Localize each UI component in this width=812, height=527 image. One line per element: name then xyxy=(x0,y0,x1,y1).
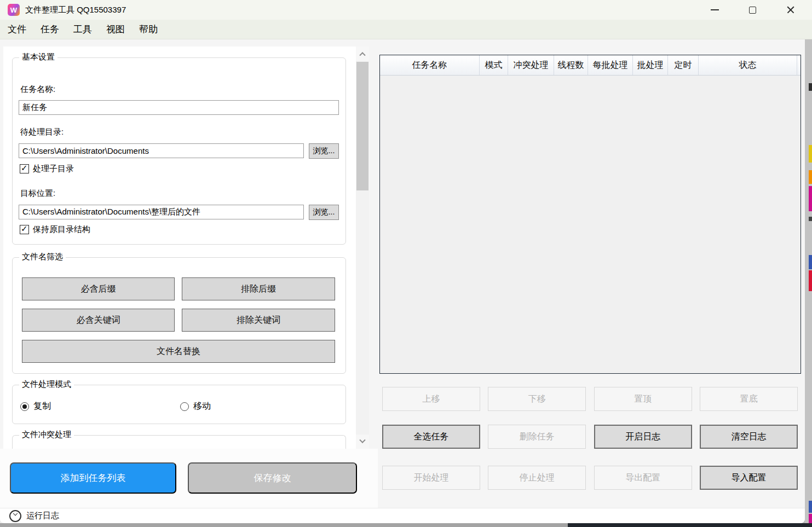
column-status[interactable]: 状态 xyxy=(699,55,797,75)
maximize-icon xyxy=(749,7,756,14)
save-changes-button[interactable]: 保存修改 xyxy=(188,462,357,494)
add-to-task-list-button[interactable]: 添加到任务列表 xyxy=(10,462,176,494)
move-radio-label: 移动 xyxy=(193,401,211,412)
exclude-keyword-button[interactable]: 排除关键词 xyxy=(182,309,335,332)
menu-bar: 文件 任务 工具 视图 帮助 xyxy=(0,20,812,39)
chevron-up-icon xyxy=(359,52,365,58)
mode-move-option[interactable]: 移动 xyxy=(180,401,211,412)
background-fragment xyxy=(809,186,812,211)
exclude-suffix-button[interactable]: 排除后缀 xyxy=(182,277,335,300)
process-mode-group: 文件处理模式 复制 移动 xyxy=(12,385,346,424)
menu-tools[interactable]: 工具 xyxy=(73,23,92,36)
column-mode[interactable]: 模式 xyxy=(480,55,508,75)
require-keyword-button[interactable]: 必含关键词 xyxy=(22,309,175,332)
process-subdir-checkbox[interactable] xyxy=(20,164,29,173)
column-schedule[interactable]: 定时 xyxy=(668,55,699,75)
minimize-button[interactable] xyxy=(696,0,734,20)
task-actions-row-3: 开始处理 停止处理 导出配置 导入配置 xyxy=(382,466,798,490)
settings-panel: 基本设置 任务名称: 待处理目录: 浏览... 处理子目录 目标位置: 浏览..… xyxy=(3,47,356,449)
background-window-right-edge xyxy=(805,39,812,523)
close-icon xyxy=(786,5,795,14)
column-per-batch[interactable]: 每批处理 xyxy=(588,55,633,75)
minimize-icon xyxy=(711,9,719,10)
move-top-button[interactable]: 置顶 xyxy=(594,387,692,411)
menu-file[interactable]: 文件 xyxy=(8,23,26,36)
require-suffix-button[interactable]: 必含后缀 xyxy=(22,277,175,300)
copy-radio[interactable] xyxy=(20,402,29,411)
screen-bottom-strip-dark xyxy=(568,523,812,527)
source-dir-label: 待处理目录: xyxy=(20,127,64,137)
task-actions-row-1: 上移 下移 置顶 置底 xyxy=(382,387,798,411)
mode-copy-option[interactable]: 复制 xyxy=(20,401,51,412)
enable-log-button[interactable]: 开启日志 xyxy=(594,425,692,449)
process-mode-group-title: 文件处理模式 xyxy=(19,379,74,390)
delete-task-button[interactable]: 删除任务 xyxy=(488,425,586,449)
run-log-label: 运行日志 xyxy=(26,511,59,521)
background-fragment xyxy=(809,270,812,291)
column-threads[interactable]: 线程数 xyxy=(554,55,588,75)
source-dir-input[interactable] xyxy=(19,143,304,158)
keep-structure-checkbox[interactable] xyxy=(20,225,29,234)
task-table-body[interactable] xyxy=(380,76,801,373)
screen-bottom-strip xyxy=(0,523,812,527)
task-name-label: 任务名称: xyxy=(20,84,55,95)
background-fragment xyxy=(809,83,812,91)
background-fragment xyxy=(809,217,812,221)
chevron-down-icon xyxy=(359,437,365,443)
stop-processing-button[interactable]: 停止处理 xyxy=(488,466,586,490)
filename-filter-group-title: 文件名筛选 xyxy=(19,252,66,262)
scrollbar-up-button[interactable] xyxy=(356,47,369,61)
task-actions-row-2: 全选任务 删除任务 开启日志 清空日志 xyxy=(382,425,798,449)
column-conflict[interactable]: 冲突处理 xyxy=(508,55,554,75)
window-body: 基本设置 任务名称: 待处理目录: 浏览... 处理子目录 目标位置: 浏览..… xyxy=(0,39,805,523)
start-processing-button[interactable]: 开始处理 xyxy=(382,466,480,490)
export-config-button[interactable]: 导出配置 xyxy=(594,466,692,490)
background-fragment xyxy=(809,145,812,163)
log-expand-button[interactable] xyxy=(9,510,21,522)
task-table-header: 任务名称 模式 冲突处理 线程数 每批处理 批处理 定时 状态 xyxy=(380,55,801,76)
settings-footer: 添加到任务列表 保存修改 xyxy=(0,449,378,508)
move-up-button[interactable]: 上移 xyxy=(382,387,480,411)
scrollbar-down-button[interactable] xyxy=(356,435,369,449)
menu-task[interactable]: 任务 xyxy=(41,23,59,36)
target-browse-button[interactable]: 浏览... xyxy=(309,205,339,220)
source-browse-button[interactable]: 浏览... xyxy=(309,143,339,159)
conflict-group-title: 文件冲突处理 xyxy=(19,430,74,440)
menu-help[interactable]: 帮助 xyxy=(139,23,158,36)
move-bottom-button[interactable]: 置底 xyxy=(700,387,798,411)
filename-replace-button[interactable]: 文件名替换 xyxy=(22,340,335,363)
background-fragment xyxy=(809,170,812,184)
move-radio[interactable] xyxy=(180,402,189,411)
keep-structure-label: 保持原目录结构 xyxy=(33,224,90,235)
filename-filter-group: 文件名筛选 必含后缀 排除后缀 必含关键词 排除关键词 文件名替换 xyxy=(12,257,346,374)
conflict-group: 文件冲突处理 xyxy=(12,435,346,449)
menu-view[interactable]: 视图 xyxy=(106,23,125,36)
import-config-button[interactable]: 导入配置 xyxy=(700,466,798,490)
task-name-input[interactable] xyxy=(19,100,339,115)
select-all-tasks-button[interactable]: 全选任务 xyxy=(382,425,480,449)
desktop-screen: W 文件整理工具 QQ15503397 文件 任务 工具 视图 帮助 基本设置 … xyxy=(0,0,812,527)
column-batch[interactable]: 批处理 xyxy=(633,55,668,75)
scrollbar-thumb[interactable] xyxy=(356,62,368,190)
copy-radio-label: 复制 xyxy=(33,401,51,412)
background-fragment xyxy=(809,501,812,513)
maximize-button[interactable] xyxy=(734,0,771,20)
window-title: 文件整理工具 QQ15503397 xyxy=(25,5,126,15)
title-bar: W 文件整理工具 QQ15503397 xyxy=(0,0,812,20)
clear-log-button[interactable]: 清空日志 xyxy=(700,425,798,449)
process-subdir-label: 处理子目录 xyxy=(33,164,74,174)
subdir-check-row: 处理子目录 xyxy=(20,164,74,174)
move-down-button[interactable]: 下移 xyxy=(488,387,586,411)
keep-structure-check-row: 保持原目录结构 xyxy=(20,224,90,235)
chevron-down-icon xyxy=(13,511,18,515)
run-log-bar[interactable]: 运行日志 xyxy=(0,508,805,523)
close-button[interactable] xyxy=(771,0,809,20)
target-dir-label: 目标位置: xyxy=(20,188,55,199)
settings-scrollbar[interactable] xyxy=(356,47,369,449)
column-stub xyxy=(797,55,801,75)
basic-settings-group: 基本设置 任务名称: 待处理目录: 浏览... 处理子目录 目标位置: 浏览..… xyxy=(12,57,346,245)
target-dir-input[interactable] xyxy=(19,205,304,219)
task-list-table: 任务名称 模式 冲突处理 线程数 每批处理 批处理 定时 状态 xyxy=(379,55,801,374)
app-icon: W xyxy=(8,4,20,16)
column-task-name[interactable]: 任务名称 xyxy=(380,55,480,75)
